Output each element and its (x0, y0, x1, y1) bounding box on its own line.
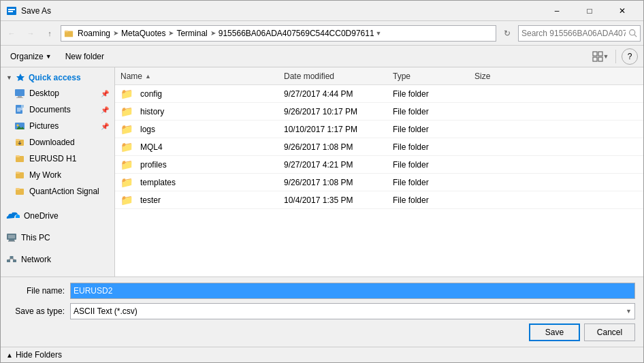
sidebar-item-quantaction[interactable]: QuantAction Signal (1, 183, 114, 200)
pin-icon-docs: 📌 (101, 106, 109, 114)
sidebar-item-thispc[interactable]: This PC (1, 230, 114, 246)
nav-sep-3 (1, 246, 114, 251)
address-bar: ← → ↑ Roaming ➤ MetaQuotes ➤ Terminal ➤ … (1, 21, 643, 46)
svg-rect-30 (16, 188, 20, 190)
col-header-name[interactable]: Name ▲ (120, 72, 284, 81)
refresh-button[interactable]: ↻ (499, 25, 515, 42)
file-name: 📁 tester (120, 194, 284, 206)
svg-rect-24 (16, 139, 20, 141)
sidebar-item-onedrive[interactable]: OneDrive (1, 208, 114, 224)
save-button[interactable]: Save (529, 323, 580, 341)
search-input[interactable] (521, 29, 626, 38)
file-date: 10/4/2017 1:35 PM (284, 195, 393, 205)
svg-rect-14 (16, 97, 23, 98)
svg-rect-36 (13, 259, 16, 262)
desktop-label: Desktop (29, 89, 59, 98)
table-row[interactable]: 📁 config 9/27/2017 4:44 PM File folder (115, 85, 643, 103)
col-header-date[interactable]: Date modified (284, 72, 393, 81)
close-button[interactable]: ✕ (607, 1, 638, 21)
breadcrumb: Roaming ➤ MetaQuotes ➤ Terminal ➤ 915566… (64, 29, 374, 38)
view-button[interactable]: ▼ (591, 48, 610, 65)
col-header-type[interactable]: Type (393, 72, 474, 81)
table-row[interactable]: 📁 logs 10/10/2017 1:17 PM File folder (115, 121, 643, 138)
up-button[interactable]: ↑ (42, 25, 58, 42)
table-row[interactable]: 📁 profiles 9/27/2017 4:21 PM File folder (115, 156, 643, 174)
filename-row: File name: (9, 283, 635, 299)
file-name: 📁 history (120, 106, 284, 118)
sort-arrow-icon: ▲ (145, 73, 151, 80)
hide-folders-button[interactable]: ▲ Hide Folders (1, 347, 643, 362)
breadcrumb-part-3: Terminal (176, 29, 207, 38)
table-row[interactable]: 📁 MQL4 9/26/2017 1:08 PM File folder (115, 138, 643, 156)
breadcrumb-dropdown-icon: ▼ (376, 30, 382, 37)
table-row[interactable]: 📁 tester 10/4/2017 1:35 PM File folder (115, 191, 643, 209)
svg-line-6 (634, 35, 637, 37)
svg-rect-37 (10, 256, 14, 259)
table-row[interactable]: 📁 templates 9/26/2017 1:08 PM File folde… (115, 174, 643, 191)
quick-access-header[interactable]: ▼ Quick access (1, 70, 114, 85)
saveas-value: ASCII Text (*.csv) (74, 306, 138, 316)
left-panel: ▼ Quick access Desktop 📌 (1, 67, 115, 277)
svg-rect-34 (8, 241, 15, 242)
saveas-dropdown[interactable]: ASCII Text (*.csv) ▼ (70, 303, 635, 319)
svg-point-21 (17, 125, 19, 127)
svg-line-38 (9, 259, 12, 259)
sidebar-item-network[interactable]: Network (1, 251, 114, 268)
dialog-title: Save As (21, 6, 541, 16)
view-dropdown-icon: ▼ (603, 53, 609, 60)
search-icon (628, 29, 637, 37)
cancel-button[interactable]: Cancel (584, 323, 635, 341)
sidebar-item-documents[interactable]: Documents 📌 (1, 101, 114, 118)
svg-rect-32 (8, 235, 15, 238)
pin-icon: 📌 (101, 90, 109, 97)
desktop-icon (14, 88, 25, 99)
svg-marker-11 (16, 74, 25, 81)
svg-point-5 (630, 30, 635, 35)
file-date: 9/27/2017 4:44 PM (284, 89, 393, 99)
svg-line-39 (12, 259, 15, 259)
nav-sep-2 (1, 224, 114, 230)
sidebar-item-downloaded[interactable]: Downloaded (1, 134, 114, 151)
minimize-button[interactable]: – (541, 1, 573, 21)
forward-button[interactable]: → (22, 25, 39, 42)
hide-folders-label: Hide Folders (16, 350, 62, 360)
file-date: 9/26/2017 10:17 PM (284, 107, 393, 116)
view-icon (592, 51, 603, 62)
folder-icon: 📁 (120, 176, 133, 189)
quick-access-icon (15, 72, 26, 83)
sidebar-item-eurusd[interactable]: EURUSD H1 (1, 151, 114, 167)
saveas-dropdown-icon: ▼ (626, 308, 632, 315)
file-list-header: Name ▲ Date modified Type Size (115, 67, 643, 85)
new-folder-button[interactable]: New folder (61, 48, 108, 65)
sidebar-item-desktop[interactable]: Desktop 📌 (1, 85, 114, 101)
onedrive-icon (6, 211, 20, 221)
folder-icon: 📁 (120, 159, 133, 171)
table-row[interactable]: 📁 history 9/26/2017 10:17 PM File folder (115, 103, 643, 121)
help-button[interactable]: ? (622, 48, 638, 65)
pictures-label: Pictures (29, 121, 59, 131)
back-button[interactable]: ← (3, 25, 20, 42)
sidebar-item-pictures[interactable]: Pictures 📌 (1, 118, 114, 134)
svg-rect-10 (598, 57, 602, 61)
file-date: 9/27/2017 4:21 PM (284, 160, 393, 170)
dialog-buttons: Save Cancel (9, 323, 635, 341)
svg-rect-9 (593, 57, 597, 61)
file-name: 📁 logs (120, 123, 284, 136)
breadcrumb-bar[interactable]: Roaming ➤ MetaQuotes ➤ Terminal ➤ 915566… (61, 25, 496, 42)
col-header-size[interactable]: Size (474, 72, 529, 81)
folder-icon: 📁 (120, 194, 133, 206)
organize-button[interactable]: Organize ▼ (6, 48, 56, 65)
file-name: 📁 templates (120, 176, 284, 189)
main-content: ▼ Quick access Desktop 📌 (1, 67, 643, 277)
svg-rect-33 (9, 240, 14, 241)
file-name: 📁 config (120, 88, 284, 100)
sidebar-item-mywork[interactable]: My Work (1, 167, 114, 183)
maximize-button[interactable]: □ (574, 1, 605, 21)
filename-input[interactable] (70, 283, 635, 299)
network-icon (6, 254, 17, 265)
svg-rect-13 (18, 96, 22, 97)
svg-rect-28 (16, 172, 20, 174)
eurusd-label: EURUSD H1 (29, 154, 76, 163)
breadcrumb-part-4: 915566BA06ADA407569C544CC0D97611 (219, 29, 374, 38)
organize-dropdown-icon: ▼ (46, 53, 52, 60)
